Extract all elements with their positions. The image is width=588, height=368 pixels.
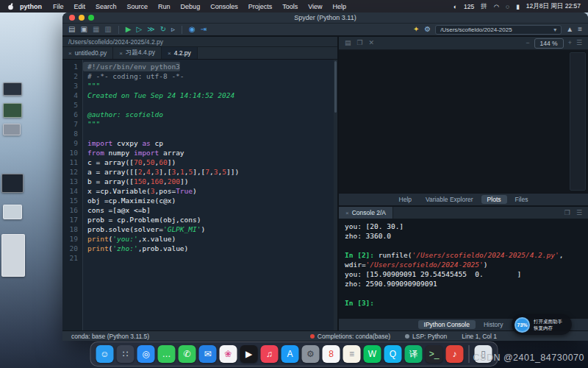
status-value[interactable]: 125 [464,3,474,10]
new-console-icon[interactable]: ❐ [564,210,570,216]
editor-tab-untitled0-py[interactable]: ×untitled0.py [62,47,113,59]
dock-icon-netease-music[interactable]: ♪ [446,345,464,363]
tab-close-icon[interactable]: × [168,50,171,57]
editor-tab-4-4-py[interactable]: ×习题4.4.py [113,47,162,59]
desktop-window-thumbnail[interactable] [3,124,21,135]
dock-icon-photos[interactable]: ❀ [220,345,237,363]
editor-scrollbar[interactable] [334,60,337,330]
desktop-window-thumbnail[interactable] [1,234,25,277]
zoom-out-icon[interactable]: − [526,40,529,46]
menu-run[interactable]: Run [153,3,176,10]
tab-help[interactable]: Help [393,195,417,204]
desktop-window-thumbnail[interactable] [3,82,22,96]
dock-icon-app-store[interactable]: A [282,345,299,363]
preferences-icon[interactable]: ⚙ [424,26,431,33]
plot-thumbnails-strip[interactable] [570,52,586,191]
fullscreen-window-button[interactable] [88,15,94,21]
dock-icon-facetime[interactable]: ✆ [179,345,196,363]
menu-projects[interactable]: Projects [243,3,278,10]
menu-app-name[interactable]: python [17,3,48,10]
menu-file[interactable]: File [48,3,69,10]
memory-cleaner-widget[interactable]: 73% 打开桌面助手 恢复内存 [512,314,572,335]
display-icon[interactable]: ◐ [453,3,457,10]
close-window-button[interactable] [69,15,75,21]
dock-icon-finder[interactable]: ☺ [96,345,114,363]
dock-icon-tv[interactable]: ▶ [240,345,258,363]
completions-status[interactable]: Completions: conda(base) [310,333,390,340]
run-cell-advance-icon[interactable]: ≫ [147,26,154,33]
close-console-icon[interactable]: × [345,210,349,216]
debug-step-icon[interactable]: ⇥ [201,26,207,33]
dock-icon-settings[interactable]: ⚙ [302,345,320,363]
scrollbar-thumb[interactable] [334,61,337,113]
desktop-window-thumbnail[interactable] [3,205,22,219]
console-output[interactable]: you: [20. 30.]zho: 3360.0In [2]: runfile… [339,219,588,318]
zoom-in-icon[interactable]: + [568,40,572,46]
wifi-icon[interactable]: ◠ [494,3,499,10]
dock-icon-music[interactable]: ♫ [261,345,279,363]
settings-icon: ⚙ [306,350,315,358]
save-icon[interactable]: ▦ [93,26,99,33]
search-icon[interactable]: ◌ [506,3,509,10]
tab-plots[interactable]: Plots [481,195,507,204]
menu-view[interactable]: View [303,3,327,10]
code-line: 17prob = cp.Problem(obj,cons) [62,215,337,224]
save-plot-icon[interactable]: ▤ [345,40,351,46]
menubar-clock[interactable]: 12月8日 周日 22:57 [526,2,581,11]
zoom-level[interactable]: 144 % [534,38,564,49]
minimize-window-button[interactable] [79,15,85,21]
dock-icon-translate[interactable]: 译 [405,345,423,363]
run-file-icon[interactable]: ▶ [126,26,132,33]
desktop-window-thumbnail[interactable] [3,103,22,118]
tab-files[interactable]: Files [509,195,534,204]
dock-icon-qq[interactable]: Q [384,345,402,363]
code-token: 50 [146,158,154,166]
window-titlebar[interactable]: Spyder (Python 3.11) [62,13,588,24]
debug-file-icon[interactable]: ◉ [189,26,196,33]
apple-menu-icon[interactable] [7,3,14,10]
open-file-icon[interactable]: ▣ [80,26,87,33]
tab-close-icon[interactable]: × [119,50,123,57]
menu-source[interactable]: Source [122,3,154,10]
copy-plot-icon[interactable]: ❐ [357,40,363,46]
dock-icon-terminal[interactable]: >_ [426,345,443,363]
console-tab[interactable]: × Console 2/A [339,207,393,219]
menu-debug[interactable]: Debug [176,3,206,10]
tab-variable-explorer[interactable]: Variable Explorer [420,195,479,204]
dock-icon-launchpad[interactable]: ∷ [117,345,135,363]
remove-plot-icon[interactable]: ✕ [369,40,375,46]
dock-icon-mail[interactable]: ✉ [199,345,217,363]
code-area[interactable]: 1#!/usr/bin/env python32# -*- coding: ut… [62,60,337,330]
tab-history[interactable]: History [478,320,509,329]
dock-icon-notes[interactable]: ≡ [343,345,361,363]
menu-edit[interactable]: Edit [69,3,91,10]
working-directory-select[interactable]: /Users/scofieldo/2024-2025 ▾ [435,25,562,35]
battery-icon[interactable]: ▮ [516,3,520,10]
plots-options-icon[interactable]: ☰ [576,40,582,46]
browse-directory-icon[interactable]: ▲ [566,26,573,33]
facetime-icon: ✆ [183,350,190,358]
dock-icon-messages[interactable]: … [158,345,176,363]
rerun-cell-icon[interactable]: ↻ [160,26,166,33]
dock-icon-calendar[interactable]: 8 [323,345,340,363]
console-menu-icon[interactable]: ☰ [576,210,582,216]
desktop-window-thumbnail[interactable] [1,174,24,193]
new-file-icon[interactable]: ▤ [68,26,75,33]
run-selection-icon[interactable]: ▹ [171,26,175,33]
dock-icon-wechat[interactable]: W [364,345,381,363]
menu-search[interactable]: Search [90,3,122,10]
parent-directory-icon[interactable]: ≡ [578,26,582,33]
tab-close-icon[interactable]: × [68,50,72,57]
conda-env-status[interactable]: conda: base (Python 3.11.5) [71,333,149,340]
input-method-icon[interactable]: 拼 [481,2,487,11]
run-cell-icon[interactable]: ▷ [137,26,143,33]
lsp-status[interactable]: LSP: Python [405,333,447,340]
menu-consoles[interactable]: Consoles [205,3,243,10]
dock-icon-safari[interactable]: ◎ [137,345,155,363]
menu-tools[interactable]: Tools [277,3,303,10]
menu-help[interactable]: Help [328,3,352,10]
save-all-icon[interactable]: ▥ [104,26,111,33]
editor-tab-4-2-py[interactable]: ×4.2.py [162,47,198,59]
python-env-icon[interactable]: ✦ [413,26,419,33]
tab-ipython-console[interactable]: IPython Console [418,320,476,329]
